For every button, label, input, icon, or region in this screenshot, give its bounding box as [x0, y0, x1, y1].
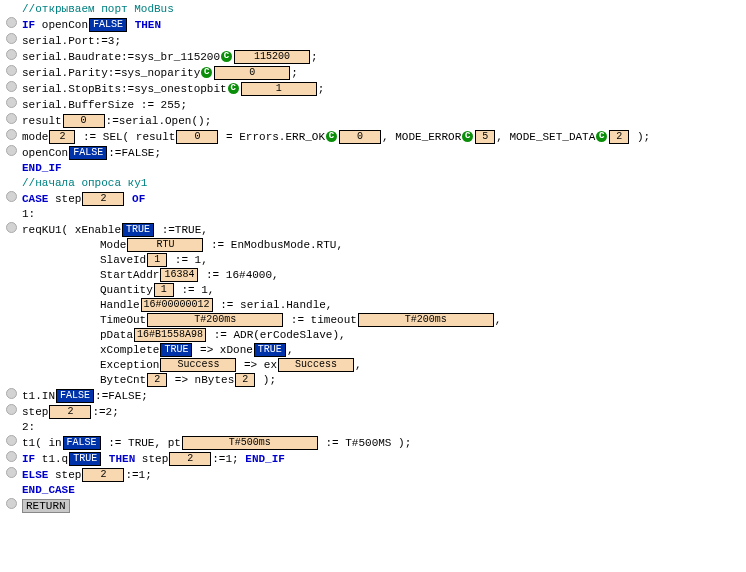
status-ok-icon: C [462, 131, 473, 142]
code-line: xCompleteTRUE => xDoneTRUE, [22, 343, 293, 358]
breakpoint-marker[interactable] [6, 97, 17, 108]
value-box: 2 [169, 452, 211, 466]
value-box: 1 [241, 82, 317, 96]
breakpoint-marker[interactable] [6, 388, 17, 399]
breakpoint-marker[interactable] [6, 49, 17, 60]
return-statement: RETURN [22, 499, 70, 514]
code-line: t1.INFALSE:=FALSE; [22, 389, 148, 404]
breakpoint-marker[interactable] [6, 451, 17, 462]
code-line: Handle16#00000012 := serial.Handle, [22, 298, 332, 313]
code-line: serial.Port:=3; [22, 34, 121, 49]
value-box: 2 [147, 373, 167, 387]
case-label: 2: [22, 420, 35, 435]
code-line: serial.Baudrate:=sys_br_115200C115200; [22, 50, 318, 65]
code-line: Quantity1 := 1, [22, 283, 214, 298]
breakpoint-marker[interactable] [6, 33, 17, 44]
status-ok-icon: C [201, 67, 212, 78]
code-line: ByteCnt2 => nBytes2 ); [22, 373, 276, 388]
value-box: RTU [127, 238, 203, 252]
breakpoint-marker[interactable] [6, 81, 17, 92]
value-box: 16384 [160, 268, 198, 282]
value-inline: FALSE [56, 389, 94, 403]
code-line: openConFALSE:=FALSE; [22, 146, 161, 161]
value-box: 0 [214, 66, 290, 80]
value-box: 0 [339, 130, 381, 144]
code-line: t1( inFALSE := TRUE, ptT#500ms := T#500M… [22, 436, 411, 451]
status-ok-icon: C [221, 51, 232, 62]
value-box: 2 [49, 405, 91, 419]
value-box: 115200 [234, 50, 310, 64]
keyword: END_IF [22, 161, 62, 176]
case-label: 1: [22, 207, 35, 222]
value-inline: TRUE [122, 223, 154, 237]
code-line: StartAddr16384 := 16#4000, [22, 268, 279, 283]
code-line: serial.StopBits:=sys_onestopbitC1; [22, 82, 324, 97]
value-box: 2 [49, 130, 75, 144]
value-inline: TRUE [254, 343, 286, 357]
value-inline: TRUE [69, 452, 101, 466]
code-line: ExceptionSuccess => exSuccess, [22, 358, 362, 373]
value-inline: FALSE [89, 18, 127, 32]
value-box: 1 [147, 253, 167, 267]
value-box: 2 [235, 373, 255, 387]
code-line: SlaveId1 := 1, [22, 253, 208, 268]
breakpoint-marker[interactable] [6, 65, 17, 76]
value-inline: FALSE [63, 436, 101, 450]
status-ok-icon: C [326, 131, 337, 142]
value-box: 2 [609, 130, 629, 144]
breakpoint-marker[interactable] [6, 222, 17, 233]
status-ok-icon: C [228, 83, 239, 94]
value-box: T#200ms [358, 313, 494, 327]
value-box: Success [160, 358, 236, 372]
code-line: TimeOutT#200ms := timeoutT#200ms, [22, 313, 501, 328]
value-inline: TRUE [160, 343, 192, 357]
code-line: step2:=2; [22, 405, 119, 420]
value-inline: FALSE [69, 146, 107, 160]
breakpoint-marker[interactable] [6, 467, 17, 478]
value-box: 0 [176, 130, 218, 144]
breakpoint-marker[interactable] [6, 145, 17, 156]
code-line: ELSE step2:=1; [22, 468, 152, 483]
breakpoint-marker[interactable] [6, 113, 17, 124]
breakpoint-marker[interactable] [6, 435, 17, 446]
breakpoint-marker[interactable] [6, 404, 17, 415]
comment: //начала опроса ку1 [22, 176, 147, 191]
code-line: pData16#B1558A98 := ADR(erCodeSlave), [22, 328, 346, 343]
code-line: mode2 := SEL( result0 = Errors.ERR_OKC0,… [22, 130, 650, 145]
value-box: T#200ms [147, 313, 283, 327]
value-box: 5 [475, 130, 495, 144]
breakpoint-marker[interactable] [6, 129, 17, 140]
code-line: reqKU1( xEnableTRUE :=TRUE, [22, 223, 208, 238]
value-box: 16#B1558A98 [134, 328, 206, 342]
code-line: CASE step2 OF [22, 192, 145, 207]
value-box: Success [278, 358, 354, 372]
comment: //открываем порт ModBus [22, 2, 174, 17]
code-line: serial.BufferSize := 255; [22, 98, 187, 113]
code-line: serial.Parity:=sys_noparityC0; [22, 66, 298, 81]
breakpoint-marker[interactable] [6, 498, 17, 509]
value-box: 0 [63, 114, 105, 128]
value-box: 2 [82, 468, 124, 482]
code-line: ModeRTU := EnModbusMode.RTU, [22, 238, 343, 253]
value-box: 2 [82, 192, 124, 206]
value-box: 16#00000012 [141, 298, 213, 312]
keyword: END_CASE [22, 483, 75, 498]
value-box: 1 [154, 283, 174, 297]
code-line: result0:=serial.Open(); [22, 114, 211, 129]
code-editor[interactable]: //открываем порт ModBus IF openConFALSE … [4, 2, 742, 514]
breakpoint-marker[interactable] [6, 191, 17, 202]
value-box: T#500ms [182, 436, 318, 450]
breakpoint-marker[interactable] [6, 17, 17, 28]
code-line: IF t1.qTRUE THEN step2:=1; END_IF [22, 452, 285, 467]
status-ok-icon: C [596, 131, 607, 142]
code-line: IF openConFALSE THEN [22, 18, 161, 33]
